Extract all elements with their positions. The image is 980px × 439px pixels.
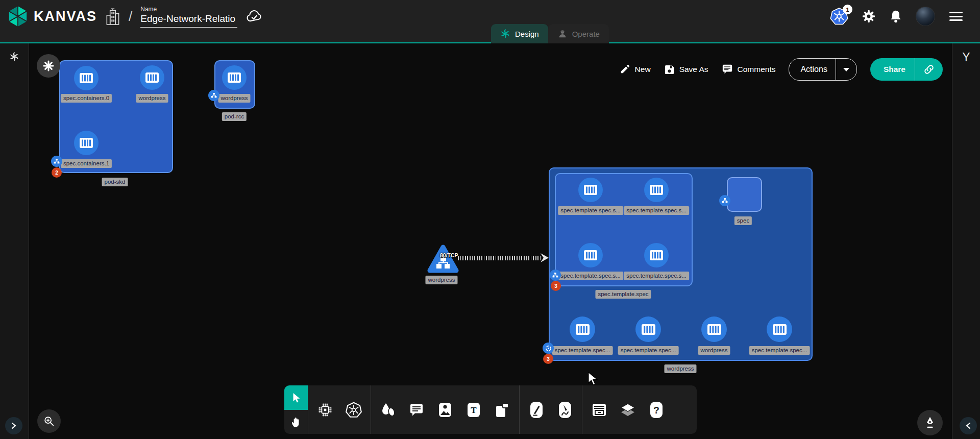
settings-gear-icon[interactable]	[862, 9, 876, 23]
actions-caret-icon[interactable]	[836, 68, 856, 71]
design-pen-button[interactable]	[917, 410, 943, 435]
container-node[interactable]	[74, 66, 99, 90]
node-label: spec.template.spec.s...	[558, 206, 623, 215]
chevron-right-icon	[11, 422, 17, 429]
mode-tabs: Design Operate	[491, 24, 609, 43]
tab-operate[interactable]: Operate	[548, 24, 609, 43]
kubernetes-wheel-icon	[346, 402, 362, 418]
operate-icon	[557, 29, 568, 39]
edge-arrowhead-icon	[538, 252, 551, 263]
svg-text:?: ?	[653, 405, 659, 416]
group-label: spec	[734, 216, 752, 225]
right-rail: Y	[952, 43, 980, 439]
shapes-icon	[380, 402, 396, 418]
relationship-badge-icon[interactable]	[51, 156, 62, 167]
design-spiral-icon	[500, 29, 510, 39]
magnifier-plus-icon	[43, 416, 55, 427]
relationship-badge-icon[interactable]	[550, 270, 561, 281]
container-node[interactable]	[644, 178, 669, 202]
mouse-cursor	[587, 372, 600, 386]
design-actions-bar: New Save As Comments Actions Shar	[619, 58, 943, 81]
design-name-field: Name	[140, 6, 237, 28]
kubernetes-context-switcher[interactable]: 1	[830, 7, 848, 26]
comments-button[interactable]: Comments	[722, 64, 776, 75]
layers-tool-button[interactable]	[614, 385, 642, 434]
pencil-new-icon	[619, 64, 630, 75]
image-tool-button[interactable]	[431, 385, 459, 434]
expand-right-panel-button[interactable]	[960, 417, 977, 434]
replicaset-badge-icon[interactable]	[543, 343, 554, 354]
error-count-badge[interactable]: 2	[52, 167, 62, 178]
tab-design[interactable]: Design	[491, 24, 548, 43]
breadcrumb-separator: /	[129, 9, 132, 25]
note-tool-button[interactable]	[488, 385, 517, 434]
hamburger-menu-icon[interactable]	[948, 10, 964, 23]
container-node[interactable]	[74, 131, 99, 155]
layers-icon	[620, 402, 636, 418]
container-node[interactable]	[635, 316, 661, 342]
comment-tool-button[interactable]	[402, 385, 431, 434]
kanvas-hexagon-icon	[7, 5, 29, 28]
relationship-badge-icon[interactable]	[719, 195, 730, 206]
container-node[interactable]	[222, 65, 247, 90]
container-node[interactable]	[578, 243, 603, 267]
kubernetes-tool-button[interactable]	[339, 385, 368, 434]
service-node[interactable]	[427, 244, 459, 274]
container-node[interactable]	[767, 316, 792, 342]
component-chip-icon	[317, 402, 333, 418]
node-label: wordpress	[218, 94, 250, 103]
kubernetes-cluster-node[interactable]	[37, 54, 60, 78]
user-avatar[interactable]	[916, 7, 935, 26]
new-button[interactable]: New	[619, 64, 651, 75]
container-node[interactable]	[644, 243, 669, 267]
design-name-input[interactable]	[140, 13, 237, 28]
freehand-tool-button[interactable]	[551, 385, 579, 434]
node-label: spec.template.spec.s...	[624, 206, 689, 215]
group-label: wordpress	[664, 364, 696, 373]
help-tool-button[interactable]: ?	[642, 385, 671, 434]
share-button[interactable]: Share	[870, 58, 943, 81]
select-tool-button[interactable]	[284, 385, 308, 410]
expand-left-panel-button[interactable]	[5, 417, 22, 434]
container-node[interactable]	[578, 178, 603, 202]
notifications-bell-icon[interactable]	[889, 9, 902, 23]
kanvas-logo[interactable]: KANVAS	[7, 5, 97, 28]
node-label: spec.containers.1	[61, 159, 112, 168]
copy-link-icon[interactable]	[915, 64, 943, 75]
zoom-button[interactable]	[37, 409, 61, 433]
kanvas-app: KANVAS / Name	[0, 0, 980, 439]
tab-design-label: Design	[515, 30, 539, 38]
app-header: KANVAS / Name	[0, 0, 980, 43]
pan-tool-button[interactable]	[284, 410, 308, 434]
meshery-spiral-icon[interactable]	[9, 52, 19, 62]
edit-tool-button[interactable]	[522, 385, 551, 434]
container-node[interactable]	[701, 316, 727, 342]
component-tool-button[interactable]	[311, 385, 339, 434]
actions-label: Actions	[789, 65, 835, 74]
cursor-select-icon	[291, 392, 301, 403]
cloud-saved-icon[interactable]	[246, 9, 263, 23]
text-tool-button[interactable]: T	[459, 385, 488, 434]
actions-dropdown-button[interactable]: Actions	[789, 58, 856, 81]
pencil-edit-icon	[530, 401, 543, 419]
svg-text:T: T	[471, 405, 477, 415]
service-deployment-edge[interactable]	[458, 256, 541, 260]
spec-group[interactable]	[727, 177, 762, 212]
save-as-button[interactable]: Save As	[664, 64, 708, 75]
node-label: wordpress	[698, 346, 730, 355]
new-label: New	[635, 65, 651, 74]
node-label: spec.template.spec...	[618, 346, 679, 355]
shapes-tool-button[interactable]	[374, 385, 402, 434]
note-shape-icon	[495, 402, 510, 418]
image-icon	[438, 402, 452, 418]
container-node[interactable]	[570, 316, 595, 342]
hand-pan-icon	[290, 416, 302, 428]
error-count-badge[interactable]: 3	[551, 281, 561, 291]
container-node[interactable]	[140, 65, 164, 90]
error-count-badge[interactable]: 3	[543, 354, 553, 364]
version-handle-icon[interactable]: Y	[952, 51, 980, 64]
drawer-tool-button[interactable]	[585, 385, 614, 434]
relationship-badge-icon[interactable]	[208, 90, 219, 101]
spec-template-spec-group[interactable]	[555, 173, 693, 286]
organization-icon[interactable]	[105, 7, 120, 26]
